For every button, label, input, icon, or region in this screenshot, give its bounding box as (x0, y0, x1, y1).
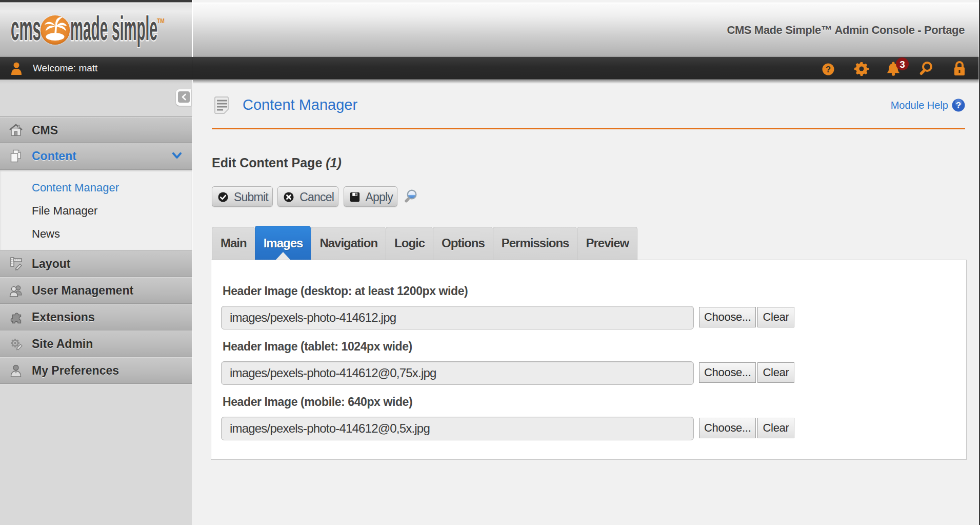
svg-text:cms: cms (11, 14, 41, 47)
svg-text:TM: TM (157, 17, 165, 25)
svg-text:3: 3 (899, 59, 905, 70)
svg-text:?: ? (956, 101, 961, 110)
svg-text:made simple: made simple (70, 14, 157, 47)
svg-text:?: ? (826, 65, 831, 74)
